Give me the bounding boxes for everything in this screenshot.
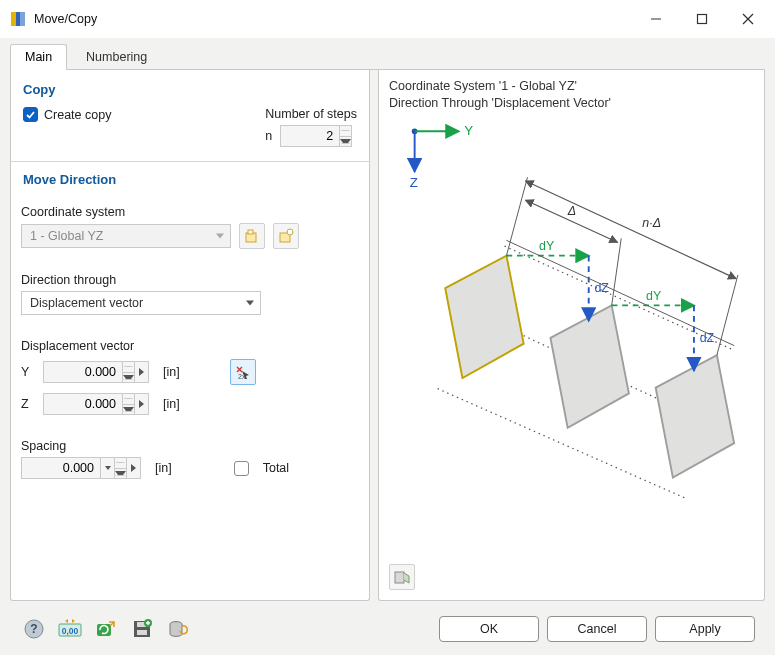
svg-rect-0	[11, 12, 16, 26]
tab-strip: Main Numbering	[10, 44, 765, 70]
preview-line2: Direction Through 'Displacement Vector'	[389, 95, 754, 112]
cancel-button[interactable]: Cancel	[547, 616, 647, 642]
coord-new-button[interactable]	[273, 223, 299, 249]
app-icon	[10, 11, 26, 27]
z-spinner[interactable]	[123, 393, 135, 415]
steps-group: Number of steps n	[265, 107, 357, 147]
svg-marker-21	[445, 256, 523, 378]
coord-edit-button[interactable]	[239, 223, 265, 249]
z-extra-button[interactable]	[135, 393, 149, 415]
svg-rect-4	[698, 15, 707, 24]
dirthrough-value: Displacement vector	[30, 296, 143, 310]
steps-label: Number of steps	[265, 107, 357, 121]
spacing-dropdown[interactable]	[101, 457, 115, 479]
create-copy-row: Create copy	[23, 107, 111, 122]
maximize-button[interactable]	[679, 4, 725, 34]
dirthrough-label: Direction through	[21, 249, 359, 287]
svg-rect-2	[20, 12, 25, 26]
svg-line-38	[612, 238, 622, 305]
content-area: Main Numbering Copy Create copy Number o…	[0, 38, 775, 655]
svg-line-39	[717, 275, 738, 355]
svg-text:0,00: 0,00	[62, 626, 79, 636]
movedir-heading: Move Direction	[21, 162, 359, 195]
help-button[interactable]: ?	[20, 615, 48, 643]
spacing-extra-button[interactable]	[127, 457, 141, 479]
copy-heading: Copy	[21, 78, 359, 105]
spacing-unit: [in]	[155, 461, 172, 475]
svg-text:Δ: Δ	[567, 204, 576, 218]
workspace: Copy Create copy Number of steps n	[10, 70, 765, 609]
database-button[interactable]	[164, 615, 192, 643]
svg-text:?: ?	[30, 622, 37, 636]
z-input[interactable]	[43, 393, 149, 415]
steps-spinner[interactable]	[340, 125, 352, 147]
svg-text:n·Δ: n·Δ	[642, 216, 661, 230]
tab-numbering[interactable]: Numbering	[71, 44, 162, 70]
axis-z-label: Z	[410, 175, 418, 190]
decimals-button[interactable]: 0,00	[56, 615, 84, 643]
close-button[interactable]	[725, 4, 771, 34]
z-unit: [in]	[163, 397, 180, 411]
total-checkbox[interactable]	[234, 461, 249, 476]
reset-button[interactable]	[92, 615, 120, 643]
title-bar: Move/Copy	[0, 0, 775, 38]
y-input[interactable]	[43, 361, 149, 383]
y-extra-button[interactable]	[135, 361, 149, 383]
svg-text:dZ: dZ	[594, 281, 609, 295]
left-panel: Copy Create copy Number of steps n	[10, 70, 370, 601]
bottom-bar: ? 0,00 OK Cancel Apply	[10, 609, 765, 655]
diagram-options-button[interactable]	[389, 564, 415, 590]
right-panel: Coordinate System '1 - Global YZ' Direct…	[378, 70, 765, 601]
preview-diagram: Y Z	[389, 116, 754, 556]
svg-rect-8	[248, 230, 253, 234]
vec-label: Displacement vector	[21, 315, 359, 353]
coord-label: Coordinate system	[21, 195, 359, 219]
y-label: Y	[21, 365, 35, 379]
preview-caption: Coordinate System '1 - Global YZ' Direct…	[389, 78, 754, 112]
coord-value: 1 - Global YZ	[30, 229, 103, 243]
apply-button[interactable]: Apply	[655, 616, 755, 642]
svg-text:dY: dY	[646, 289, 662, 303]
save-button[interactable]	[128, 615, 156, 643]
steps-input[interactable]	[280, 125, 352, 147]
svg-line-32	[506, 240, 734, 345]
axis-y-label: Y	[464, 123, 473, 138]
pick-point-button[interactable]: 2x	[230, 359, 256, 385]
total-label: Total	[263, 461, 289, 475]
svg-marker-23	[656, 355, 734, 477]
create-copy-checkbox[interactable]	[23, 107, 38, 122]
coord-select[interactable]: 1 - Global YZ	[21, 224, 231, 248]
svg-text:dY: dY	[539, 239, 555, 253]
preview-line1: Coordinate System '1 - Global YZ'	[389, 78, 754, 95]
tab-main[interactable]: Main	[10, 44, 67, 70]
steps-letter: n	[265, 129, 272, 143]
y-spinner[interactable]	[123, 361, 135, 383]
svg-rect-47	[137, 630, 147, 635]
svg-marker-22	[550, 305, 628, 427]
svg-point-10	[287, 229, 293, 235]
svg-line-37	[506, 177, 527, 255]
z-label: Z	[21, 397, 35, 411]
y-unit: [in]	[163, 365, 180, 379]
svg-rect-1	[16, 12, 20, 26]
svg-rect-40	[395, 572, 404, 583]
spacing-spinner[interactable]	[115, 457, 127, 479]
window-title: Move/Copy	[34, 12, 97, 26]
spacing-input[interactable]	[21, 457, 141, 479]
svg-line-17	[438, 389, 687, 499]
dirthrough-select[interactable]: Displacement vector	[21, 291, 261, 315]
minimize-button[interactable]	[633, 4, 679, 34]
spacing-label: Spacing	[21, 415, 359, 453]
ok-button[interactable]: OK	[439, 616, 539, 642]
create-copy-label: Create copy	[44, 108, 111, 122]
svg-text:2x: 2x	[238, 373, 246, 380]
